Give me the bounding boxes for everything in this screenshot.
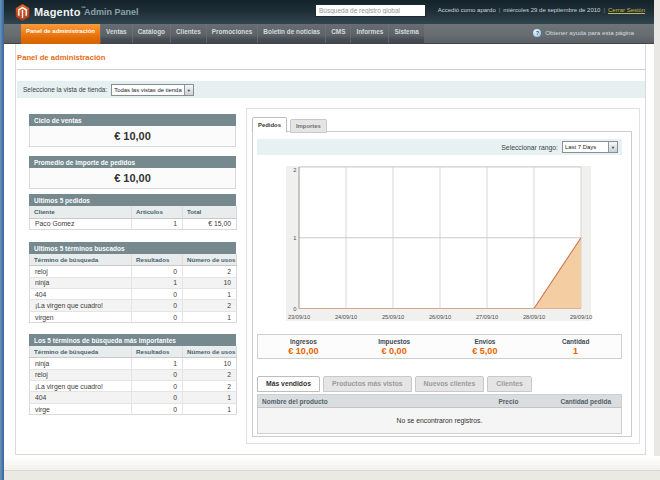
widget-col-header: Término de búsqueda — [30, 346, 132, 358]
nav-item-1[interactable]: Ventas — [101, 24, 132, 43]
x-tick-label: 29/09/10 — [570, 314, 592, 320]
y-tick-label: 0 — [293, 306, 296, 312]
table-cell: 1 — [183, 403, 237, 414]
header-user-info: Accedió como apardo | miércoles 29 de se… — [438, 0, 645, 19]
table-row: ¡La virgen que cuadro!02 — [30, 381, 237, 392]
nav-item-0[interactable]: Panel de administración — [21, 24, 100, 44]
help-label: Obtener ayuda para esta página — [545, 29, 634, 36]
store-switcher-bar: Seleccione la vista de tienda: Todas las… — [17, 81, 645, 98]
diagram-tab-0[interactable]: Pedidos — [252, 117, 287, 133]
table-row: Paco Gomez1€ 15,00 — [30, 218, 237, 229]
x-tick-label: 28/09/10 — [523, 314, 545, 320]
widget-col-header: Número de usos — [183, 254, 237, 266]
table-row: 40401 — [30, 289, 237, 300]
magento-logo-icon — [15, 4, 30, 21]
table-cell: 1 — [183, 311, 237, 322]
brand-name: Magento — [34, 6, 81, 18]
widget-3: Ultimos 5 términos buscadosTérmino de bú… — [29, 242, 236, 324]
nav-item-5[interactable]: Boletín de noticias — [258, 24, 325, 43]
nav-item-8[interactable]: Sistema — [389, 24, 424, 43]
widget-title: Los 5 términos de búsqueda más important… — [29, 334, 236, 346]
x-tick-label: 23/09/10 — [288, 314, 310, 320]
widget-col-header: Resultados — [132, 346, 183, 358]
table-cell: virgen — [30, 311, 132, 322]
widget-title: Ultimos 5 pedidos — [29, 194, 236, 206]
table-cell: 10 — [183, 277, 237, 288]
nav-item-7[interactable]: Informes — [351, 24, 388, 43]
range-select[interactable]: Last 7 Days ▼ — [562, 141, 618, 153]
grid-tab-2[interactable]: Nuevos clientes — [415, 376, 485, 392]
total-label: Ingresos — [258, 338, 349, 345]
table-row: virge01 — [30, 403, 237, 414]
table-cell: reloj — [30, 266, 132, 277]
grid-tab-0[interactable]: Más vendidos — [257, 376, 320, 392]
total-value: € 5,00 — [440, 346, 531, 356]
grid-tab-3[interactable]: Clientes — [487, 376, 531, 392]
table-row: reloj02 — [30, 369, 237, 380]
grid-tabs: Más vendidosProductos más vistosNuevos c… — [257, 376, 535, 391]
col-qty: Cantidad pedida — [557, 395, 622, 408]
separator: | — [603, 7, 605, 13]
global-search-input[interactable] — [315, 4, 426, 17]
widget-col-header: Cliente — [30, 206, 132, 218]
table-cell: 1 — [132, 218, 183, 229]
col-price: Precio — [495, 395, 557, 408]
table-cell: 1 — [132, 277, 183, 288]
nav-item-3[interactable]: Clientes — [171, 24, 206, 43]
grid-tab-1[interactable]: Productos más vistos — [323, 376, 412, 392]
total-1: Impuestos€ 0,00 — [349, 335, 440, 358]
widget-col-header: Articulos — [132, 206, 183, 218]
table-cell: virge — [30, 403, 132, 414]
page-title: Panel de administración — [17, 53, 105, 62]
col-product-name: Nombre del producto — [258, 395, 495, 408]
widget-col-header: Total — [183, 206, 237, 218]
table-cell: ¡La virgen que cuadro! — [30, 381, 132, 392]
admin-panel-label: Admin Panel — [84, 7, 139, 17]
separator: | — [499, 7, 501, 13]
table-cell: 1 — [183, 392, 237, 403]
table-cell: 2 — [183, 381, 237, 392]
widget-value: € 10,00 — [29, 168, 236, 189]
range-value: Last 7 Days — [563, 142, 608, 152]
table-cell: 404 — [30, 392, 132, 403]
logout-link[interactable]: Cerrar Sesión — [608, 7, 645, 13]
total-label: Envíos — [440, 338, 531, 345]
window-edge-left — [0, 0, 4, 480]
help-link[interactable]: ? Obtener ayuda para esta página — [533, 24, 634, 41]
table-cell: 1 — [183, 289, 237, 300]
page-bottom-gradient — [4, 456, 660, 470]
table-cell: ninja — [30, 358, 132, 369]
diagram-tab-1[interactable]: Importes — [290, 119, 327, 133]
total-0: Ingresos€ 10,00 — [258, 335, 349, 358]
x-tick-label: 26/09/10 — [429, 314, 451, 320]
header: Magento™ Admin Panel Accedió como apardo… — [4, 0, 654, 24]
store-switcher-label: Seleccione la vista de tienda: — [23, 86, 107, 93]
table-cell: Paco Gomez — [30, 218, 132, 229]
table-cell: 0 — [132, 403, 183, 414]
nav-item-6[interactable]: CMS — [326, 24, 350, 43]
y-tick-label: 2 — [293, 167, 296, 173]
magento-admin-screen: Magento™ Admin Panel Accedió como apardo… — [0, 0, 660, 480]
dropdown-arrow-icon: ▼ — [184, 85, 193, 95]
nav-item-2[interactable]: Catálogo — [133, 24, 170, 43]
nav-item-4[interactable]: Promociones — [207, 24, 258, 43]
table-cell: 2 — [183, 369, 237, 380]
range-label: Seleccionar rango: — [501, 144, 558, 151]
total-value: € 10,00 — [258, 346, 349, 356]
x-tick-label: 24/09/10 — [335, 314, 357, 320]
table-cell: ¡La virgen que cuadro! — [30, 300, 132, 311]
store-switcher-select[interactable]: Todas las vistas de tienda ▼ — [111, 84, 193, 96]
help-icon: ? — [533, 29, 541, 37]
table-cell: 0 — [132, 369, 183, 380]
widget-2: Ultimos 5 pedidosClienteArticulosTotalPa… — [29, 194, 236, 230]
orders-chart: 01223/09/1024/09/1025/09/1026/09/1027/09… — [286, 166, 591, 321]
widget-col-header: Resultados — [132, 254, 183, 266]
widget-title: Promedio de importe de pedidos — [29, 156, 236, 168]
widget-4: Los 5 términos de búsqueda más important… — [29, 334, 236, 416]
widget-col-header: Número de usos — [183, 346, 237, 358]
logged-in-as: Accedió como apardo — [438, 7, 496, 13]
table-cell: 10 — [183, 358, 237, 369]
totals-row: Ingresos€ 10,00Impuestos€ 0,00Envíos€ 5,… — [257, 334, 622, 359]
table-cell: 0 — [132, 300, 183, 311]
widget-0: Ciclo de ventas€ 10,00 — [29, 114, 236, 147]
